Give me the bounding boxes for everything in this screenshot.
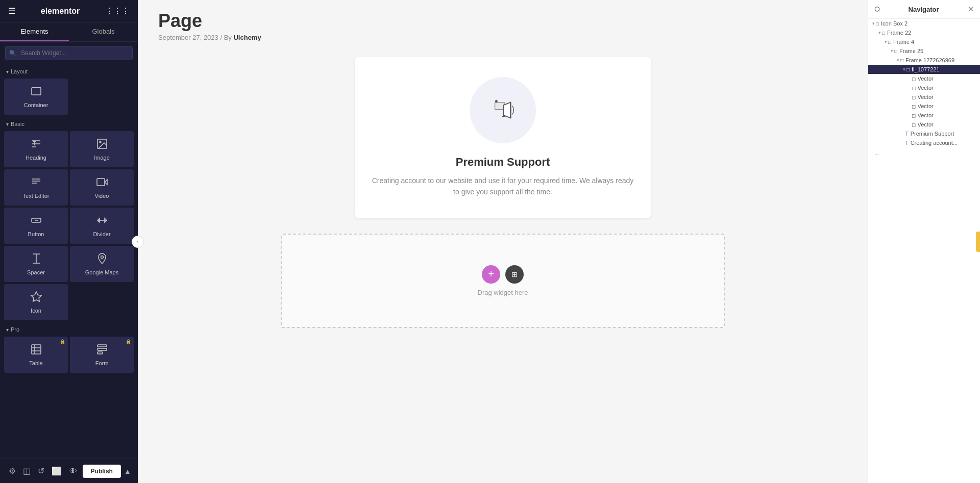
widget-heading-label: Heading (26, 155, 46, 161)
widget-divider-label: Divider (93, 231, 110, 237)
card-title: Premium Support (370, 156, 635, 169)
tree-item-vector-2[interactable]: ◻ Vector (868, 83, 980, 92)
form-icon (96, 343, 108, 357)
section-label-pro: Pro (0, 322, 138, 335)
drop-zone[interactable]: + ⊞ Drag widget here (281, 234, 725, 328)
pro-widgets-grid: Table 🔒 Form 🔒 (0, 335, 138, 375)
svg-marker-28 (503, 103, 510, 118)
app-title: elementor (41, 7, 80, 16)
add-widget-button[interactable]: + (482, 265, 500, 284)
layers-icon[interactable]: ◫ (21, 464, 33, 478)
widget-icon[interactable]: Icon (4, 284, 68, 320)
basic-widgets-grid: T Heading Image Text Editor Vi (0, 129, 138, 322)
widget-image[interactable]: Image (70, 131, 134, 167)
drop-zone-buttons: + ⊞ (292, 265, 714, 284)
widget-divider[interactable]: Divider (70, 208, 134, 244)
sidebar-search-container (0, 42, 138, 64)
navigator-ellipsis: ... (868, 147, 980, 158)
svg-point-4 (100, 141, 101, 143)
tree-item-frame-25[interactable]: ▾ □ Frame 25 (868, 46, 980, 56)
sidebar-content: Layout Container Basic T Heading (0, 64, 138, 459)
sidebar-header: ☰ elementor ⋮⋮⋮ (0, 0, 138, 22)
tab-globals[interactable]: Globals (69, 22, 138, 41)
search-input[interactable] (5, 46, 133, 60)
svg-rect-20 (32, 345, 41, 354)
tree-item-frame-4[interactable]: ▾ □ Frame 4 (868, 37, 980, 46)
tree-item-fi-1077221[interactable]: ▾ □ fi_1077221 (868, 65, 980, 74)
widget-button-label: Button (28, 231, 44, 237)
text-editor-icon (30, 176, 42, 190)
widget-text-editor-label: Text Editor (23, 193, 50, 199)
page-title: Page (158, 10, 847, 32)
responsive-icon[interactable]: ⬜ (50, 464, 64, 478)
svg-rect-8 (97, 179, 105, 186)
widget-spacer-label: Spacer (27, 269, 45, 275)
eye-icon[interactable]: 👁 (67, 465, 79, 478)
page-date: September 27, 2023 (158, 34, 218, 41)
widget-google-maps-label: Google Maps (85, 269, 118, 275)
svg-rect-24 (97, 345, 107, 347)
svg-rect-26 (97, 352, 103, 354)
widget-spacer[interactable]: Spacer (4, 246, 68, 282)
widget-video[interactable]: Video (70, 169, 134, 206)
navigator-expand-icon[interactable]: ⬡ (874, 6, 879, 13)
section-label-layout: Layout (0, 64, 138, 77)
sidebar: ☰ elementor ⋮⋮⋮ Elements Globals Layout … (0, 0, 138, 483)
container-icon (30, 85, 42, 99)
megaphone-svg (485, 92, 521, 128)
widget-table[interactable]: Table 🔒 (4, 337, 68, 373)
navigator-tree: ▾ □ Icon Box 2 ▾ □ Frame 22 ▾ □ Frame 4 … (868, 19, 980, 158)
tab-elements[interactable]: Elements (0, 22, 69, 41)
tree-item-creating-account[interactable]: T Creating account... (868, 138, 980, 147)
widget-container[interactable]: Container (4, 79, 68, 115)
tree-item-frame-22[interactable]: ▾ □ Frame 22 (868, 28, 980, 37)
page-author: Uichemy (233, 34, 261, 41)
tree-item-vector-6[interactable]: ◻ Vector (868, 120, 980, 129)
collapse-sidebar-button[interactable]: ‹ (132, 236, 144, 248)
widget-google-maps[interactable]: Google Maps (70, 246, 134, 282)
yellow-scroll-tab[interactable] (976, 232, 980, 252)
tree-item-vector-1[interactable]: ◻ Vector (868, 74, 980, 83)
widget-form-label: Form (95, 360, 109, 366)
section-label-basic: Basic (0, 117, 138, 129)
settings-icon[interactable]: ⚙ (7, 464, 18, 478)
tree-item-premium-support[interactable]: T Premium Support (868, 129, 980, 138)
svg-text:T: T (33, 140, 36, 146)
svg-rect-0 (32, 88, 41, 95)
navigator-title: Navigator (909, 6, 939, 13)
chevron-up-icon[interactable]: ▲ (124, 467, 131, 475)
widget-heading[interactable]: T Heading (4, 131, 68, 167)
widget-form[interactable]: Form 🔒 (70, 337, 134, 373)
main-canvas: Page September 27, 2023 / By Uichemy (138, 0, 868, 483)
navigator-panel: ⬡ Navigator ✕ ▾ □ Icon Box 2 ▾ □ Frame 2… (868, 0, 980, 483)
svg-point-18 (101, 256, 103, 259)
page-meta: September 27, 2023 / By Uichemy (158, 34, 847, 41)
google-maps-icon (96, 252, 108, 266)
navigator-close-button[interactable]: ✕ (968, 5, 974, 13)
card-icon-circle (470, 77, 536, 143)
hamburger-icon[interactable]: ☰ (8, 6, 15, 16)
premium-support-card: Premium Support Creating account to our … (355, 57, 651, 218)
grid-layout-button[interactable]: ⊞ (505, 265, 524, 284)
tree-item-frame-1272626969[interactable]: ▾ □ Frame 1272626969 (868, 56, 980, 65)
spacer-icon (30, 252, 42, 266)
history-icon[interactable]: ↺ (36, 464, 46, 478)
grid-icon[interactable]: ⋮⋮⋮ (105, 6, 130, 16)
card-description: Creating account to our website and use … (370, 175, 635, 198)
widget-container-label: Container (24, 102, 48, 108)
widget-video-label: Video (95, 193, 109, 199)
tree-item-icon-box-2[interactable]: ▾ □ Icon Box 2 (868, 19, 980, 28)
tree-item-vector-3[interactable]: ◻ Vector (868, 92, 980, 101)
button-icon (30, 214, 42, 228)
widget-image-label: Image (94, 155, 110, 161)
tree-item-vector-4[interactable]: ◻ Vector (868, 101, 980, 111)
publish-button[interactable]: Publish (83, 465, 121, 478)
widget-button[interactable]: Button (4, 208, 68, 244)
table-icon (30, 343, 42, 357)
widget-text-editor[interactable]: Text Editor (4, 169, 68, 206)
sidebar-footer: ⚙ ◫ ↺ ⬜ 👁 Publish ▲ (0, 459, 138, 483)
tree-item-vector-5[interactable]: ◻ Vector (868, 111, 980, 120)
svg-rect-25 (97, 348, 107, 350)
heading-icon: T (30, 138, 42, 151)
drop-zone-label: Drag widget here (292, 289, 714, 296)
